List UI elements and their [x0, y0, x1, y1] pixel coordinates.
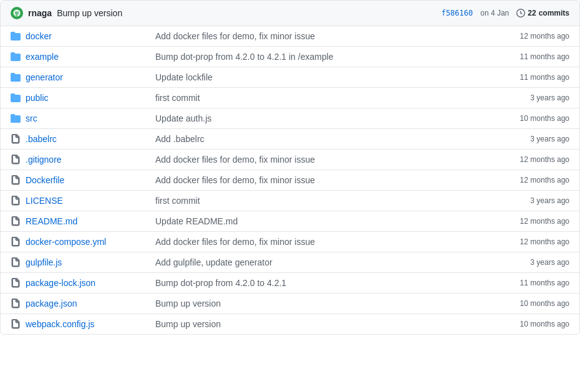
file-age: 11 months ago: [501, 52, 569, 61]
file-commit-message: Update lockfile: [155, 72, 496, 82]
table-row: publicfirst commit3 years ago: [1, 88, 579, 108]
file-age: 12 months ago: [501, 237, 569, 246]
file-icon: [11, 175, 21, 185]
folder-icon: [11, 72, 21, 82]
file-icon: [11, 237, 21, 247]
commit-hash[interactable]: f586160: [442, 9, 473, 17]
file-commit-message: first commit: [155, 196, 496, 206]
file-icon: [11, 155, 21, 165]
file-name[interactable]: public: [26, 93, 150, 103]
table-row: generatorUpdate lockfile11 months ago: [1, 67, 579, 88]
file-commit-message: Add gulpfile, update generator: [155, 257, 496, 267]
file-commit-message: Bump up version: [155, 299, 496, 308]
file-icon: [11, 216, 21, 226]
table-row: docker-compose.ymlAdd docker files for d…: [1, 232, 579, 252]
file-commit-message: Add docker files for demo, fix minor iss…: [155, 155, 496, 165]
table-row: gulpfile.jsAdd gulpfile, update generato…: [1, 252, 579, 273]
file-commit-message: Add docker files for demo, fix minor iss…: [155, 237, 496, 247]
file-age: 11 months ago: [501, 73, 569, 82]
file-age: 11 months ago: [501, 279, 569, 287]
table-row: LICENSEfirst commit3 years ago: [1, 191, 579, 211]
table-row: package.jsonBump up version10 months ago: [1, 294, 579, 314]
file-commit-message: Add .babelrc: [155, 134, 496, 144]
file-commit-message: first commit: [155, 93, 496, 103]
file-age: 3 years ago: [501, 258, 569, 267]
folder-icon: [11, 113, 21, 123]
file-age: 12 months ago: [501, 32, 569, 41]
file-name[interactable]: example: [26, 52, 150, 62]
file-name[interactable]: Dockerfile: [26, 175, 150, 185]
table-row: srcUpdate auth.js10 months ago: [1, 108, 579, 129]
file-name[interactable]: webpack.config.js: [26, 319, 150, 329]
file-age: 10 months ago: [501, 114, 569, 123]
file-icon: [11, 299, 21, 308]
file-name[interactable]: src: [26, 113, 150, 123]
file-age: 3 years ago: [501, 135, 569, 143]
commits-count: 22: [528, 9, 536, 17]
header-row: rnaga Bump up version f586160 on 4 Jan 2…: [1, 1, 579, 26]
file-age: 10 months ago: [501, 320, 569, 328]
file-icon: [11, 257, 21, 267]
file-commit-message: Bump up version: [155, 319, 496, 329]
commit-message: Bump up version: [57, 8, 437, 18]
file-name[interactable]: LICENSE: [26, 196, 150, 206]
file-age: 10 months ago: [501, 299, 569, 308]
table-row: .gitignoreAdd docker files for demo, fix…: [1, 150, 579, 170]
file-age: 3 years ago: [501, 196, 569, 205]
file-name[interactable]: docker: [26, 31, 150, 41]
file-icon: [11, 319, 21, 329]
file-age: 12 months ago: [501, 176, 569, 184]
header-meta: f586160 on 4 Jan 22 commits: [442, 9, 569, 17]
table-row: exampleBump dot-prop from 4.2.0 to 4.2.1…: [1, 47, 579, 67]
file-icon: [11, 278, 21, 288]
folder-icon: [11, 52, 21, 62]
file-list: dockerAdd docker files for demo, fix min…: [1, 26, 579, 334]
file-commit-message: Add docker files for demo, fix minor iss…: [155, 175, 496, 185]
file-name[interactable]: .gitignore: [26, 155, 150, 165]
file-commit-message: Add docker files for demo, fix minor iss…: [155, 31, 496, 41]
table-row: package-lock.jsonBump dot-prop from 4.2.…: [1, 273, 579, 294]
file-commit-message: Update README.md: [155, 216, 496, 226]
file-name[interactable]: docker-compose.yml: [26, 237, 150, 247]
table-row: DockerfileAdd docker files for demo, fix…: [1, 170, 579, 191]
file-name[interactable]: .babelrc: [26, 134, 150, 144]
file-commit-message: Bump dot-prop from 4.2.0 to 4.2.1 in /ex…: [155, 52, 496, 62]
file-commit-message: Bump dot-prop from 4.2.0 to 4.2.1: [155, 278, 496, 288]
file-icon: [11, 134, 21, 144]
table-row: dockerAdd docker files for demo, fix min…: [1, 26, 579, 47]
folder-icon: [11, 31, 21, 41]
avatar: [11, 7, 23, 19]
file-icon: [11, 196, 21, 206]
repo-table: rnaga Bump up version f586160 on 4 Jan 2…: [0, 0, 580, 335]
folder-icon: [11, 93, 21, 103]
file-name[interactable]: generator: [26, 72, 150, 82]
file-age: 3 years ago: [501, 93, 569, 102]
table-row: .babelrcAdd .babelrc3 years ago: [1, 129, 579, 150]
file-name[interactable]: package-lock.json: [26, 278, 150, 288]
file-name[interactable]: README.md: [26, 216, 150, 226]
table-row: webpack.config.jsBump up version10 month…: [1, 314, 579, 334]
clock-icon: [516, 9, 525, 17]
commits-count-group[interactable]: 22 commits: [516, 9, 569, 17]
file-age: 12 months ago: [501, 217, 569, 226]
file-name[interactable]: package.json: [26, 299, 150, 308]
commit-date: on 4 Jan: [480, 9, 509, 17]
file-commit-message: Update auth.js: [155, 113, 496, 123]
file-age: 12 months ago: [501, 155, 569, 164]
commits-label: commits: [539, 9, 569, 17]
file-name[interactable]: gulpfile.js: [26, 257, 150, 267]
commit-user[interactable]: rnaga: [28, 8, 52, 18]
table-row: README.mdUpdate README.md12 months ago: [1, 211, 579, 232]
